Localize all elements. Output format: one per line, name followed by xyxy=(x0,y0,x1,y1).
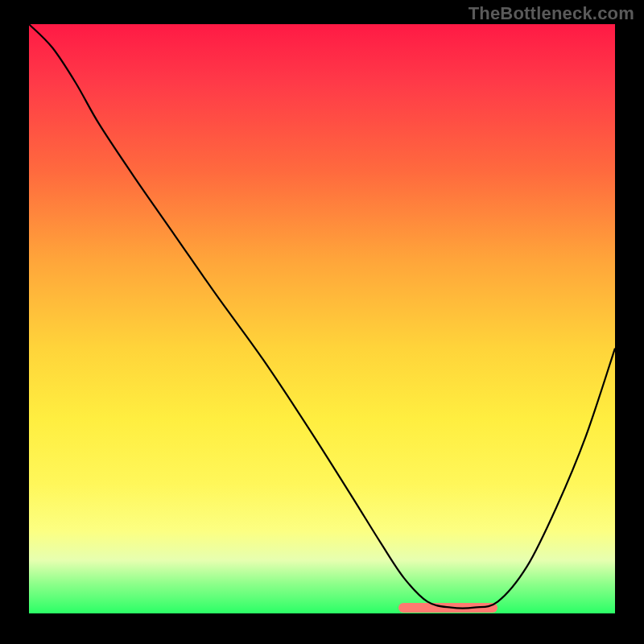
curve-svg xyxy=(29,24,615,613)
chart-frame: TheBottleneck.com xyxy=(0,0,644,644)
bottleneck-curve-path xyxy=(29,24,615,609)
watermark-text: TheBottleneck.com xyxy=(469,3,634,24)
plot-area xyxy=(29,24,615,613)
